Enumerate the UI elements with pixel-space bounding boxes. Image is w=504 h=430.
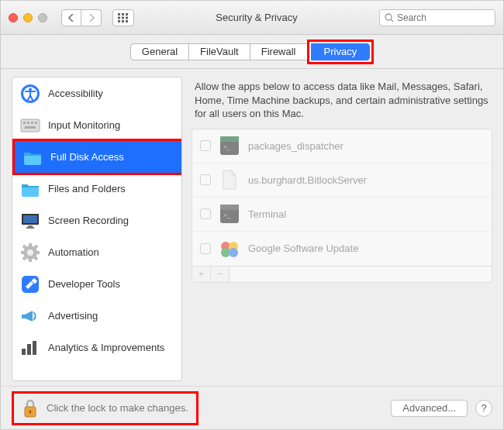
app-label: packages_dispatcher <box>248 140 343 152</box>
svg-rect-8 <box>126 20 128 22</box>
app-checkbox[interactable] <box>200 208 211 219</box>
description-text: Allow the apps below to access data like… <box>192 77 492 129</box>
sidebar-item-files-folders[interactable]: Files and Folders <box>12 173 181 205</box>
svg-rect-17 <box>31 122 33 124</box>
tab-general[interactable]: General <box>130 43 189 60</box>
svg-rect-44 <box>220 205 239 210</box>
sidebar-item-label: Input Monitoring <box>48 119 120 131</box>
search-icon <box>385 13 394 22</box>
tabbar: General FileVault Firewall Privacy <box>1 35 503 69</box>
svg-line-31 <box>35 257 37 260</box>
svg-rect-23 <box>26 227 34 229</box>
button-label: Advanced... <box>402 402 456 414</box>
svg-text:>_: >_ <box>223 212 231 218</box>
sidebar-item-analytics[interactable]: Analytics & Improvements <box>12 332 181 363</box>
advanced-button[interactable]: Advanced... <box>391 400 468 417</box>
folder-icon <box>20 179 40 199</box>
svg-rect-36 <box>22 315 25 318</box>
lock-highlight: Click the lock to make changes. <box>12 391 198 425</box>
tab-filevault[interactable]: FileVault <box>189 43 250 60</box>
tab-label: FileVault <box>200 46 239 57</box>
svg-rect-41 <box>220 136 239 142</box>
app-checkbox[interactable] <box>200 140 211 151</box>
back-button[interactable] <box>61 9 81 26</box>
svg-rect-39 <box>33 341 36 355</box>
sidebar-item-accessibility[interactable]: Accessibility <box>12 77 181 109</box>
sidebar-item-advertising[interactable]: Advertising <box>12 300 181 332</box>
svg-point-13 <box>29 88 32 91</box>
plus-icon: + <box>198 268 205 280</box>
svg-line-10 <box>391 19 393 22</box>
google-update-icon <box>219 238 240 260</box>
svg-rect-19 <box>25 126 36 129</box>
tab-group: General FileVault Firewall Privacy <box>130 43 374 60</box>
sidebar-item-input-monitoring[interactable]: Input Monitoring <box>12 109 181 141</box>
svg-rect-14 <box>21 119 40 132</box>
sidebar-item-label: Full Disk Access <box>50 151 124 163</box>
full-disk-highlight: Full Disk Access <box>12 139 182 175</box>
lock-icon[interactable] <box>22 398 39 418</box>
accessibility-icon <box>20 84 40 104</box>
sidebar-item-label: Screen Recording <box>48 215 129 226</box>
app-row[interactable]: >_ packages_dispatcher <box>192 129 492 163</box>
help-button[interactable]: ? <box>475 400 492 417</box>
privacy-category-list[interactable]: Accessibility Input Monitoring Full Disk… <box>12 77 182 381</box>
grid-icon <box>118 13 129 22</box>
add-app-button[interactable]: + <box>192 267 211 282</box>
app-list[interactable]: >_ packages_dispatcher us.burghardt.Bitl… <box>192 129 492 266</box>
svg-rect-4 <box>122 16 124 19</box>
window-controls <box>9 13 47 22</box>
svg-rect-6 <box>118 20 120 22</box>
tab-privacy[interactable]: Privacy <box>311 43 371 60</box>
sidebar-item-screen-recording[interactable]: Screen Recording <box>12 205 181 236</box>
minimize-window-button[interactable] <box>23 13 33 22</box>
search-input[interactable] <box>397 12 490 23</box>
sidebar-item-label: Files and Folders <box>48 183 126 194</box>
svg-rect-52 <box>29 411 30 414</box>
sidebar-item-automation[interactable]: Automation <box>12 236 181 268</box>
svg-rect-15 <box>23 122 26 124</box>
app-checkbox[interactable] <box>200 243 211 254</box>
app-row[interactable]: us.burghardt.BitlockServer <box>192 163 492 198</box>
svg-point-25 <box>27 249 33 256</box>
question-icon: ? <box>481 402 486 414</box>
svg-rect-3 <box>118 16 120 19</box>
svg-rect-22 <box>28 225 33 227</box>
document-icon <box>219 169 240 191</box>
zoom-window-button[interactable] <box>38 13 47 22</box>
terminal-icon: >_ <box>219 203 240 225</box>
minus-icon: − <box>217 268 223 280</box>
lock-text: Click the lock to make changes. <box>47 402 188 414</box>
titlebar: Security & Privacy <box>1 1 503 35</box>
search-field[interactable] <box>379 9 495 26</box>
sidebar-item-developer-tools[interactable]: Developer Tools <box>12 268 181 300</box>
add-remove-bar: + − <box>192 266 492 282</box>
close-window-button[interactable] <box>9 13 18 22</box>
app-row[interactable]: Google Software Update <box>192 232 492 266</box>
app-label: Google Software Update <box>248 243 358 254</box>
megaphone-icon <box>20 306 40 326</box>
display-icon <box>20 211 40 231</box>
app-label: Terminal <box>248 208 286 220</box>
sidebar-item-label: Advertising <box>48 310 98 322</box>
remove-app-button[interactable]: − <box>211 267 230 282</box>
app-row[interactable]: >_ Terminal <box>192 198 492 232</box>
show-all-button[interactable] <box>112 9 134 26</box>
svg-rect-5 <box>126 16 128 19</box>
sidebar-item-full-disk-access[interactable]: Full Disk Access <box>15 141 181 173</box>
forward-button[interactable] <box>81 9 102 26</box>
svg-text:>_: >_ <box>223 143 231 150</box>
chevron-left-icon <box>68 14 74 22</box>
folder-icon <box>22 147 43 167</box>
tab-label: Firewall <box>261 46 296 57</box>
svg-rect-2 <box>126 13 128 15</box>
terminal-icon: >_ <box>219 135 240 157</box>
svg-line-30 <box>23 246 26 248</box>
sidebar-item-label: Automation <box>48 246 99 258</box>
sidebar-item-label: Developer Tools <box>48 278 120 290</box>
svg-rect-21 <box>23 215 37 223</box>
app-checkbox[interactable] <box>200 174 211 185</box>
svg-point-9 <box>385 14 392 20</box>
svg-rect-16 <box>27 122 29 124</box>
tab-firewall[interactable]: Firewall <box>250 43 307 60</box>
